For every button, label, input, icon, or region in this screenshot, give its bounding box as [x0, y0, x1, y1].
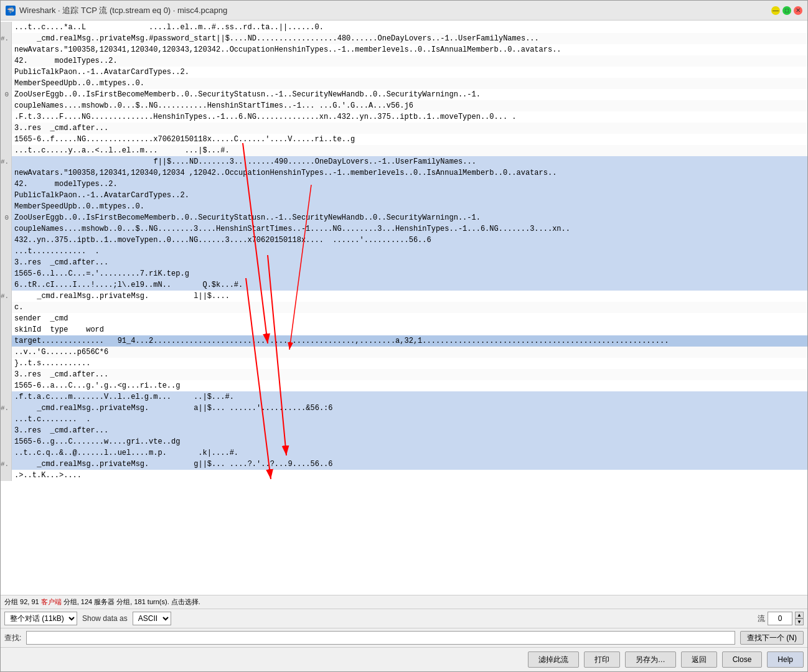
- search-input[interactable]: [26, 631, 735, 645]
- line-number: [1, 470, 12, 481]
- table-row[interactable]: coupleNames....mshowb..0...$..NG........…: [1, 100, 807, 111]
- table-row[interactable]: 42. modelTypes..2.: [1, 55, 807, 67]
- save-as-button[interactable]: 另存为…: [625, 651, 676, 668]
- table-row[interactable]: 3..res _cmd.after...: [1, 425, 807, 436]
- conversation-select[interactable]: 整个对话 (11kB): [4, 612, 77, 625]
- window-title: Wireshark · 追踪 TCP 流 (tcp.stream eq 0) ·…: [19, 5, 227, 16]
- stream-input[interactable]: [768, 612, 792, 625]
- table-row[interactable]: 0ZooUserEggb..0..IsFirstBecomeMemberb..0…: [1, 212, 807, 223]
- line-content: ..t..c.q..&..@......l..uel....m.p. .k|..…: [12, 447, 807, 459]
- encoding-select[interactable]: ASCII: [133, 612, 171, 625]
- print-button[interactable]: 打印: [584, 651, 620, 668]
- line-content: ...t............ .: [12, 246, 807, 257]
- find-next-button[interactable]: 查找下一个 (N): [740, 631, 804, 645]
- table-row[interactable]: #. _cmd.realMsg..privateMsg. g||$... ...…: [1, 459, 807, 470]
- line-content: ..v..'G.......p656C*6: [12, 347, 807, 358]
- table-row[interactable]: ...t............ .: [1, 246, 807, 257]
- line-number: [1, 67, 12, 78]
- line-content: ...t..c....*a..L ....l..el..m..#..ss..rd…: [12, 22, 807, 33]
- table-row[interactable]: 1565-6..l...C...=.'.........7.riK.tep.g: [1, 268, 807, 279]
- client-link[interactable]: 客户端: [41, 598, 62, 605]
- window-controls: — □ ✕: [771, 6, 802, 15]
- table-row[interactable]: 1565-6..f.....NG...............x70620150…: [1, 134, 807, 145]
- table-row[interactable]: MemberSpeedUpb..0..mtypes..0.: [1, 201, 807, 212]
- table-row[interactable]: 1565-6..a...C...g.'.g..<g...ri..te..g: [1, 380, 807, 391]
- maximize-button[interactable]: □: [782, 6, 791, 15]
- table-row[interactable]: .>..t.K...>....: [1, 470, 807, 481]
- table-row[interactable]: coupleNames....mshowb..0...$..NG........…: [1, 223, 807, 235]
- line-content: target.............. 91_4...2...........…: [12, 335, 807, 347]
- line-number: [1, 358, 12, 369]
- close-button[interactable]: Close: [722, 651, 763, 668]
- table-row[interactable]: MemberSpeedUpb..0..mtypes..0.: [1, 78, 807, 89]
- table-row[interactable]: .f.t.a.c....m.......V..l..el.g.m... ..|$…: [1, 391, 807, 403]
- table-row[interactable]: newAvatars."100358,120341,120340,12034 ,…: [1, 167, 807, 179]
- table-row[interactable]: PublicTalkPaon..-1..AvatarCardTypes..2.: [1, 190, 807, 201]
- stream-down-button[interactable]: ▼: [795, 618, 804, 625]
- search-label: 查找:: [4, 633, 21, 643]
- line-number: [1, 335, 12, 347]
- show-data-label: Show data as: [82, 614, 128, 623]
- table-row[interactable]: ...t.c........ .: [1, 414, 807, 425]
- line-number: [1, 167, 12, 179]
- table-row[interactable]: c.: [1, 302, 807, 313]
- line-content: coupleNames....mshowb..0...$..NG........…: [12, 100, 807, 111]
- table-row[interactable]: 3..res _cmd.after...: [1, 369, 807, 380]
- table-row[interactable]: }..t.s...........: [1, 358, 807, 369]
- table-row[interactable]: ...t..c....*a..L ....l..el..m..#..ss..rd…: [1, 22, 807, 33]
- table-row[interactable]: .F.t.3....F....NG..............HenshinTy…: [1, 111, 807, 123]
- line-number: [1, 145, 12, 156]
- line-content: _cmd.realMsg..privateMsg.#password_start…: [12, 33, 807, 44]
- line-number: [1, 22, 12, 33]
- line-number: [1, 425, 12, 436]
- table-row[interactable]: 42. modelTypes..2.: [1, 179, 807, 190]
- table-row[interactable]: 3..res _cmd.after...: [1, 123, 807, 134]
- table-row[interactable]: 6..tR..cI....I...!....;l\.el9..mN.. Q.$k…: [1, 279, 807, 291]
- status-text: 分组 92, 91 客户端 分组, 124 服务器 分组, 181 turn(s…: [4, 598, 200, 605]
- table-row[interactable]: #. _cmd.realMsg..privateMsg. a||$... ...…: [1, 403, 807, 414]
- help-button[interactable]: Help: [767, 651, 804, 668]
- content-area: ...t..c....*a..L ....l..el..m..#..ss..rd…: [1, 21, 807, 671]
- table-row[interactable]: 0ZooUserEggb..0..IsFirstBecomeMemberb..0…: [1, 89, 807, 100]
- packet-display[interactable]: ...t..c....*a..L ....l..el..m..#..ss..rd…: [1, 21, 807, 595]
- table-row[interactable]: newAvatars."100358,120341,120340,120343,…: [1, 44, 807, 55]
- line-number: [1, 235, 12, 246]
- table-row[interactable]: 432..yn..375..iptb..1..moveTypen..0....N…: [1, 235, 807, 246]
- table-row[interactable]: ..t..c.q..&..@......l..uel....m.p. .k|..…: [1, 447, 807, 459]
- line-content: _cmd.realMsg..privateMsg. l||$....: [12, 291, 807, 302]
- line-content: 1565-6..a...C...g.'.g..<g...ri..te..g: [12, 380, 807, 391]
- title-bar: 🦈 Wireshark · 追踪 TCP 流 (tcp.stream eq 0)…: [1, 1, 807, 21]
- table-row[interactable]: #. _cmd.realMsg..privateMsg.#password_st…: [1, 33, 807, 44]
- filter-button[interactable]: 滤掉此流: [528, 651, 579, 668]
- table-row[interactable]: 3..res _cmd.after...: [1, 257, 807, 268]
- table-row[interactable]: 1565-6..g...C.......w....gri..vte..dg: [1, 436, 807, 447]
- table-row[interactable]: target.............. 91_4...2...........…: [1, 335, 807, 347]
- close-window-button[interactable]: ✕: [794, 6, 802, 15]
- table-row[interactable]: #. _cmd.realMsg..privateMsg. l||$....: [1, 291, 807, 302]
- line-content: ...t.c........ .: [12, 414, 807, 425]
- line-content: .f.t.a.c....m.......V..l..el.g.m... ..|$…: [12, 391, 807, 403]
- line-number: [1, 369, 12, 380]
- table-row[interactable]: #. f||$....ND.......3.........490......O…: [1, 156, 807, 167]
- line-number: [1, 123, 12, 134]
- table-row[interactable]: PublicTalkPaon..-1..AvatarCardTypes..2.: [1, 67, 807, 78]
- line-number: [1, 179, 12, 190]
- line-number: [1, 268, 12, 279]
- line-content: ZooUserEggb..0..IsFirstBecomeMemberb..0.…: [12, 89, 807, 100]
- line-content: sender _cmd: [12, 313, 807, 324]
- line-content: PublicTalkPaon..-1..AvatarCardTypes..2.: [12, 190, 807, 201]
- line-content: }..t.s...........: [12, 358, 807, 369]
- line-number: [1, 313, 12, 324]
- line-content: 6..tR..cI....I...!....;l\.el9..mN.. Q.$k…: [12, 279, 807, 291]
- line-content: 1565-6..l...C...=.'.........7.riK.tep.g: [12, 268, 807, 279]
- line-content: ...t..c.....y..a..<..l..el..m... ...|$..…: [12, 145, 807, 156]
- table-row[interactable]: ..v..'G.......p656C*6: [1, 347, 807, 358]
- stream-up-button[interactable]: ▲: [795, 612, 804, 618]
- line-number: 0: [1, 212, 12, 223]
- table-row[interactable]: sender _cmd: [1, 313, 807, 324]
- table-row[interactable]: ...t..c.....y..a..<..l..el..m... ...|$..…: [1, 145, 807, 156]
- table-row[interactable]: skinId type word: [1, 324, 807, 335]
- minimize-button[interactable]: —: [771, 6, 780, 15]
- back-button[interactable]: 返回: [681, 651, 717, 668]
- line-number: [1, 190, 12, 201]
